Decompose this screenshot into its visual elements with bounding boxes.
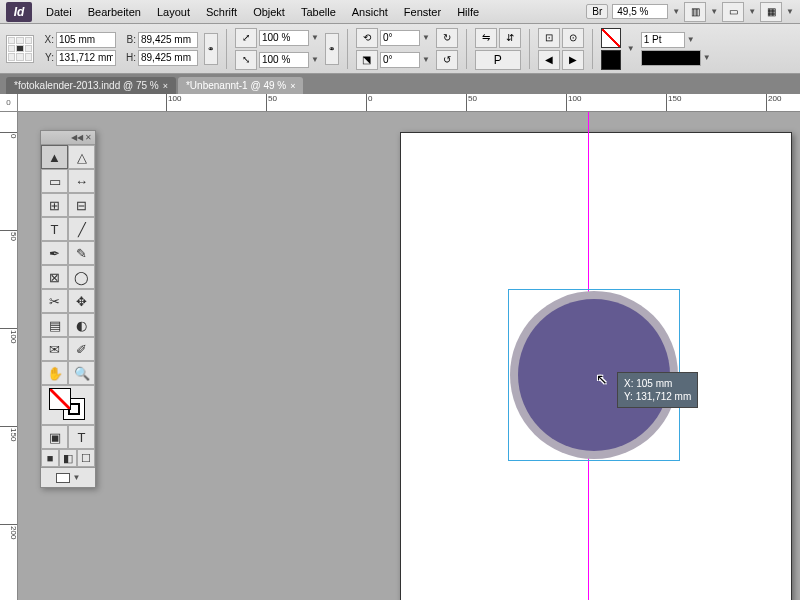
menu-schrift[interactable]: Schrift — [198, 6, 245, 18]
scale-x-input[interactable] — [259, 30, 309, 46]
constrain-proportions-icon[interactable]: ⚭ — [204, 33, 218, 65]
screen-icon — [56, 473, 70, 483]
ellipse-tool[interactable]: ◯ — [68, 265, 95, 289]
y-input[interactable] — [56, 50, 116, 66]
tab-fotokalender[interactable]: *fotokalender-2013.indd @ 75 %× — [6, 77, 176, 94]
flip-h-icon[interactable]: ⇋ — [475, 28, 497, 48]
screen-mode-toggle[interactable]: ▼ — [41, 467, 95, 487]
select-content-icon[interactable]: ⊙ — [562, 28, 584, 48]
chevron-down-icon[interactable]: ▼ — [748, 7, 756, 16]
app-logo: Id — [6, 2, 32, 22]
normal-mode[interactable]: ▣ — [41, 425, 68, 449]
menu-fenster[interactable]: Fenster — [396, 6, 449, 18]
content-placer-tool[interactable]: ⊟ — [68, 193, 95, 217]
note-tool[interactable]: ✉ — [41, 337, 68, 361]
menu-objekt[interactable]: Objekt — [245, 6, 293, 18]
free-transform-tool[interactable]: ✥ — [68, 289, 95, 313]
zoom-dropdown-icon[interactable]: ▼ — [672, 7, 680, 16]
document-tabs: *fotokalender-2013.indd @ 75 %× *Unbenan… — [0, 74, 800, 94]
tools-panel: ◀◀ ✕ ▲ △ ▭ ↔ ⊞ ⊟ T ╱ ✒ ✎ ⊠ ◯ ✂ ✥ ▤ ◐ ✉ ✐… — [40, 130, 96, 488]
view-options-icon[interactable]: ▥ — [684, 2, 706, 22]
apply-none[interactable]: ☐ — [77, 449, 95, 467]
chevron-down-icon[interactable]: ▼ — [710, 7, 718, 16]
pen-tool[interactable]: ✒ — [41, 241, 68, 265]
rectangle-frame-tool[interactable]: ⊠ — [41, 265, 68, 289]
apply-gradient[interactable]: ◧ — [59, 449, 77, 467]
page-tool[interactable]: ▭ — [41, 169, 68, 193]
scissors-tool[interactable]: ✂ — [41, 289, 68, 313]
close-icon[interactable]: × — [163, 81, 168, 91]
fill-swatch[interactable] — [601, 28, 621, 48]
fill-color-icon[interactable] — [49, 388, 71, 410]
menu-layout[interactable]: Layout — [149, 6, 198, 18]
direct-selection-tool[interactable]: △ — [68, 145, 95, 169]
menu-ansicht[interactable]: Ansicht — [344, 6, 396, 18]
pencil-tool[interactable]: ✎ — [68, 241, 95, 265]
close-icon[interactable]: × — [290, 81, 295, 91]
stroke-weight-input[interactable] — [641, 32, 685, 48]
height-input[interactable] — [138, 50, 198, 66]
tab-unbenannt[interactable]: *Unbenannt-1 @ 49 %× — [178, 77, 303, 94]
selection-tool[interactable]: ▲ — [41, 145, 68, 169]
hand-tool[interactable]: ✋ — [41, 361, 68, 385]
link-scale-icon[interactable]: ⚭ — [325, 33, 339, 65]
ruler-vertical[interactable]: 050100150200 — [0, 112, 18, 600]
menu-datei[interactable]: Datei — [38, 6, 80, 18]
menubar: Id Datei Bearbeiten Layout Schrift Objek… — [0, 0, 800, 24]
screen-mode-icon[interactable]: ▭ — [722, 2, 744, 22]
rotate-cw-icon[interactable]: ↻ — [436, 28, 458, 48]
line-tool[interactable]: ╱ — [68, 217, 95, 241]
rotation-input[interactable] — [380, 30, 420, 46]
arrange-icon[interactable]: ▦ — [760, 2, 782, 22]
scale-y-input[interactable] — [259, 52, 309, 68]
x-input[interactable] — [56, 32, 116, 48]
menu-hilfe[interactable]: Hilfe — [449, 6, 487, 18]
x-label: X: — [40, 34, 54, 45]
zoom-tool[interactable]: 🔍 — [68, 361, 95, 385]
fill-stroke-selector[interactable] — [41, 385, 95, 425]
ruler-horizontal[interactable]: 10050050100150200 — [18, 94, 800, 112]
stroke-style-select[interactable] — [641, 50, 701, 66]
ruler-origin[interactable]: 0 — [0, 94, 18, 112]
scale-y-icon: ⤡ — [235, 50, 257, 70]
position-tooltip: X: 105 mm Y: 131,712 mm — [617, 372, 698, 408]
apply-color[interactable]: ■ — [41, 449, 59, 467]
type-tool[interactable]: T — [41, 217, 68, 241]
bridge-button[interactable]: Br — [586, 4, 608, 19]
zoom-level-input[interactable]: 49,5 % — [612, 4, 668, 19]
chevron-down-icon[interactable]: ▼ — [786, 7, 794, 16]
canvas[interactable]: ↖ X: 105 mm Y: 131,712 mm — [18, 112, 800, 600]
menu-bearbeiten[interactable]: Bearbeiten — [80, 6, 149, 18]
panel-header[interactable]: ◀◀ ✕ — [41, 131, 95, 145]
menu-tabelle[interactable]: Tabelle — [293, 6, 344, 18]
gradient-swatch-tool[interactable]: ▤ — [41, 313, 68, 337]
scale-x-icon: ⤢ — [235, 28, 257, 48]
p-indicator: P — [475, 50, 521, 70]
select-next-icon[interactable]: ▶ — [562, 50, 584, 70]
flip-v-icon[interactable]: ⇵ — [499, 28, 521, 48]
rotate-icon: ⟲ — [356, 28, 378, 48]
gradient-feather-tool[interactable]: ◐ — [68, 313, 95, 337]
stroke-swatch[interactable] — [601, 50, 621, 70]
select-prev-icon[interactable]: ◀ — [538, 50, 560, 70]
y-label: Y: — [40, 52, 54, 63]
content-collector-tool[interactable]: ⊞ — [41, 193, 68, 217]
width-input[interactable] — [138, 32, 198, 48]
rotate-ccw-icon[interactable]: ↺ — [436, 50, 458, 70]
reference-point-selector[interactable] — [6, 35, 34, 63]
shear-input[interactable] — [380, 52, 420, 68]
workspace: 0 10050050100150200 050100150200 ↖ X: 10… — [0, 94, 800, 600]
shear-icon: ⬔ — [356, 50, 378, 70]
select-container-icon[interactable]: ⊡ — [538, 28, 560, 48]
w-label: B: — [122, 34, 136, 45]
cursor-icon: ↖ — [596, 371, 608, 387]
preview-mode[interactable]: T — [68, 425, 95, 449]
h-label: H: — [122, 52, 136, 63]
gap-tool[interactable]: ↔ — [68, 169, 95, 193]
control-bar: X: Y: B: H: ⚭ ⤢▼ ⤡▼ ⚭ ⟲▼ ⬔▼ ↻ ↺ ⇋ ⇵ P ⊡ … — [0, 24, 800, 74]
eyedropper-tool[interactable]: ✐ — [68, 337, 95, 361]
